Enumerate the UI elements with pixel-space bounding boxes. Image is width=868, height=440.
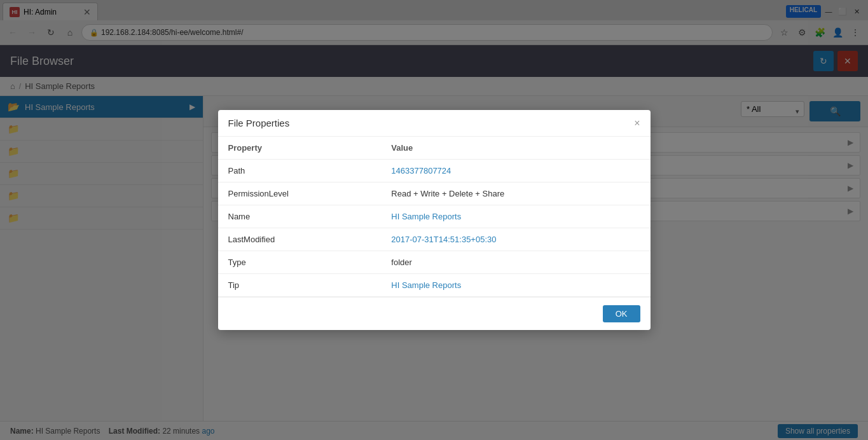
modal-title: File Properties: [228, 118, 290, 128]
prop-name: Path: [218, 160, 382, 182]
prop-value: 2017-07-31T14:51:35+05:30: [381, 228, 650, 251]
table-row: Name HI Sample Reports: [218, 205, 651, 228]
prop-name: Name: [218, 205, 382, 228]
prop-name: Type: [218, 251, 382, 274]
prop-name: LastModified: [218, 228, 382, 251]
table-row: LastModified 2017-07-31T14:51:35+05:30: [218, 228, 651, 251]
prop-value: Read + Write + Delete + Share: [381, 182, 650, 205]
table-row: Type folder: [218, 251, 651, 274]
prop-value: HI Sample Reports: [381, 274, 650, 297]
properties-table: Property Value Path 1463377807724 Permis…: [218, 137, 651, 297]
table-row: PermissionLevel Read + Write + Delete + …: [218, 182, 651, 205]
prop-value: HI Sample Reports: [381, 205, 650, 228]
modal-header: File Properties ×: [218, 110, 651, 137]
prop-value: 1463377807724: [381, 160, 650, 182]
table-row: Tip HI Sample Reports: [218, 274, 651, 297]
prop-name: PermissionLevel: [218, 182, 382, 205]
table-row: Path 1463377807724: [218, 160, 651, 182]
col-property: Property: [218, 137, 382, 160]
modal-overlay: File Properties × Property Value Path 14…: [0, 0, 868, 440]
modal-footer: OK: [218, 297, 651, 330]
prop-name: Tip: [218, 274, 382, 297]
col-value: Value: [381, 137, 650, 160]
ok-button[interactable]: OK: [603, 305, 640, 322]
modal-close-button[interactable]: ×: [634, 118, 640, 128]
file-properties-modal: File Properties × Property Value Path 14…: [218, 110, 651, 330]
modal-body: Property Value Path 1463377807724 Permis…: [218, 137, 651, 297]
prop-value: folder: [381, 251, 650, 274]
